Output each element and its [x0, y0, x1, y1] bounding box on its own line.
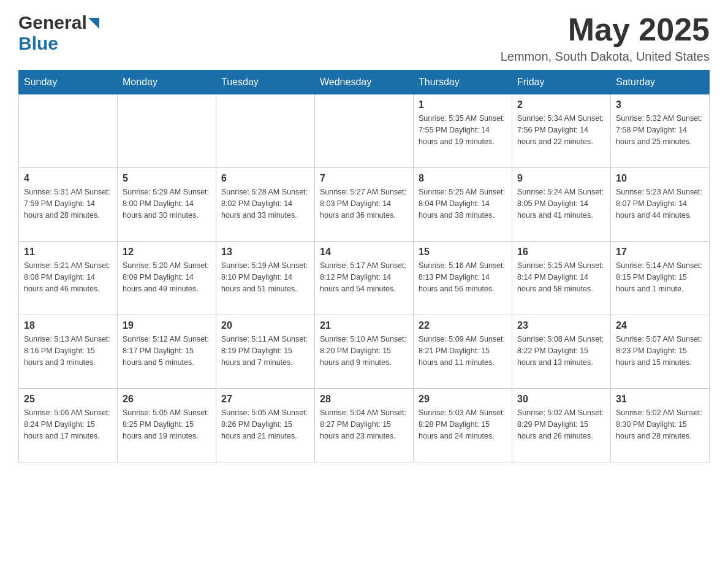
table-row: 14Sunrise: 5:17 AM Sunset: 8:12 PM Dayli… — [315, 242, 414, 315]
day-number: 20 — [221, 320, 309, 331]
title-section: May 2025 Lemmon, South Dakota, United St… — [501, 12, 710, 64]
table-row: 27Sunrise: 5:05 AM Sunset: 8:26 PM Dayli… — [216, 389, 315, 462]
day-info: Sunrise: 5:27 AM Sunset: 8:03 PM Dayligh… — [320, 186, 408, 221]
day-number: 10 — [616, 173, 704, 184]
table-row: 6Sunrise: 5:28 AM Sunset: 8:02 PM Daylig… — [216, 168, 315, 242]
day-info: Sunrise: 5:19 AM Sunset: 8:10 PM Dayligh… — [221, 260, 309, 294]
day-number: 11 — [24, 247, 112, 258]
table-row: 24Sunrise: 5:07 AM Sunset: 8:23 PM Dayli… — [611, 315, 710, 389]
col-friday: Friday — [512, 71, 611, 94]
table-row: 10Sunrise: 5:23 AM Sunset: 8:07 PM Dayli… — [611, 168, 710, 242]
location-text: Lemmon, South Dakota, United States — [501, 50, 710, 64]
day-info: Sunrise: 5:17 AM Sunset: 8:12 PM Dayligh… — [320, 260, 408, 294]
table-row: 25Sunrise: 5:06 AM Sunset: 8:24 PM Dayli… — [19, 389, 118, 462]
day-number: 7 — [320, 173, 408, 184]
page-header: General Blue May 2025 Lemmon, South Dako… — [18, 12, 710, 64]
day-info: Sunrise: 5:16 AM Sunset: 8:13 PM Dayligh… — [419, 260, 507, 294]
day-info: Sunrise: 5:11 AM Sunset: 8:19 PM Dayligh… — [221, 334, 309, 368]
table-row: 22Sunrise: 5:09 AM Sunset: 8:21 PM Dayli… — [414, 315, 512, 389]
table-row: 11Sunrise: 5:21 AM Sunset: 8:08 PM Dayli… — [19, 242, 118, 315]
day-number: 19 — [123, 320, 211, 331]
day-info: Sunrise: 5:05 AM Sunset: 8:26 PM Dayligh… — [221, 407, 309, 442]
day-info: Sunrise: 5:25 AM Sunset: 8:04 PM Dayligh… — [419, 186, 507, 221]
logo-triangle-icon — [88, 18, 99, 29]
day-info: Sunrise: 5:06 AM Sunset: 8:24 PM Dayligh… — [24, 407, 112, 442]
calendar-week-row: 4Sunrise: 5:31 AM Sunset: 7:59 PM Daylig… — [19, 168, 710, 242]
col-wednesday: Wednesday — [315, 71, 414, 94]
table-row: 23Sunrise: 5:08 AM Sunset: 8:22 PM Dayli… — [512, 315, 611, 389]
day-number: 21 — [320, 320, 408, 331]
calendar-table: Sunday Monday Tuesday Wednesday Thursday… — [18, 70, 710, 462]
table-row: 26Sunrise: 5:05 AM Sunset: 8:25 PM Dayli… — [118, 389, 216, 462]
day-info: Sunrise: 5:20 AM Sunset: 8:09 PM Dayligh… — [123, 260, 211, 294]
day-number: 12 — [123, 247, 211, 258]
col-thursday: Thursday — [414, 71, 512, 94]
day-info: Sunrise: 5:32 AM Sunset: 7:58 PM Dayligh… — [616, 113, 704, 147]
day-info: Sunrise: 5:13 AM Sunset: 8:16 PM Dayligh… — [24, 334, 112, 368]
table-row: 29Sunrise: 5:03 AM Sunset: 8:28 PM Dayli… — [414, 389, 512, 462]
table-row: 28Sunrise: 5:04 AM Sunset: 8:27 PM Dayli… — [315, 389, 414, 462]
day-info: Sunrise: 5:21 AM Sunset: 8:08 PM Dayligh… — [24, 260, 112, 294]
table-row — [118, 94, 216, 168]
logo-general-text: General — [18, 12, 87, 33]
day-number: 5 — [123, 173, 211, 184]
day-number: 8 — [419, 173, 507, 184]
day-info: Sunrise: 5:29 AM Sunset: 8:00 PM Dayligh… — [123, 186, 211, 221]
day-number: 24 — [616, 320, 704, 331]
day-number: 3 — [616, 99, 704, 110]
day-number: 18 — [24, 320, 112, 331]
table-row: 12Sunrise: 5:20 AM Sunset: 8:09 PM Dayli… — [118, 242, 216, 315]
col-monday: Monday — [118, 71, 216, 94]
day-info: Sunrise: 5:10 AM Sunset: 8:20 PM Dayligh… — [320, 334, 408, 368]
day-number: 4 — [24, 173, 112, 184]
table-row: 30Sunrise: 5:02 AM Sunset: 8:29 PM Dayli… — [512, 389, 611, 462]
day-info: Sunrise: 5:31 AM Sunset: 7:59 PM Dayligh… — [24, 186, 112, 221]
day-info: Sunrise: 5:24 AM Sunset: 8:05 PM Dayligh… — [517, 186, 605, 221]
table-row: 5Sunrise: 5:29 AM Sunset: 8:00 PM Daylig… — [118, 168, 216, 242]
day-number: 28 — [320, 394, 408, 405]
day-info: Sunrise: 5:28 AM Sunset: 8:02 PM Dayligh… — [221, 186, 309, 221]
day-info: Sunrise: 5:03 AM Sunset: 8:28 PM Dayligh… — [419, 407, 507, 442]
day-number: 13 — [221, 247, 309, 258]
table-row: 18Sunrise: 5:13 AM Sunset: 8:16 PM Dayli… — [19, 315, 118, 389]
table-row — [315, 94, 414, 168]
day-number: 31 — [616, 394, 704, 405]
day-info: Sunrise: 5:08 AM Sunset: 8:22 PM Dayligh… — [517, 334, 605, 368]
day-number: 26 — [123, 394, 211, 405]
col-saturday: Saturday — [611, 71, 710, 94]
day-info: Sunrise: 5:23 AM Sunset: 8:07 PM Dayligh… — [616, 186, 704, 221]
col-sunday: Sunday — [19, 71, 118, 94]
table-row: 4Sunrise: 5:31 AM Sunset: 7:59 PM Daylig… — [19, 168, 118, 242]
day-info: Sunrise: 5:12 AM Sunset: 8:17 PM Dayligh… — [123, 334, 211, 368]
day-number: 15 — [419, 247, 507, 258]
month-title: May 2025 — [501, 12, 710, 47]
table-row: 16Sunrise: 5:15 AM Sunset: 8:14 PM Dayli… — [512, 242, 611, 315]
table-row: 1Sunrise: 5:35 AM Sunset: 7:55 PM Daylig… — [414, 94, 512, 168]
day-number: 9 — [517, 173, 605, 184]
day-number: 22 — [419, 320, 507, 331]
calendar-week-row: 18Sunrise: 5:13 AM Sunset: 8:16 PM Dayli… — [19, 315, 710, 389]
day-info: Sunrise: 5:35 AM Sunset: 7:55 PM Dayligh… — [419, 113, 507, 147]
day-info: Sunrise: 5:04 AM Sunset: 8:27 PM Dayligh… — [320, 407, 408, 442]
table-row: 31Sunrise: 5:02 AM Sunset: 8:30 PM Dayli… — [611, 389, 710, 462]
table-row: 19Sunrise: 5:12 AM Sunset: 8:17 PM Dayli… — [118, 315, 216, 389]
table-row: 8Sunrise: 5:25 AM Sunset: 8:04 PM Daylig… — [414, 168, 512, 242]
day-number: 29 — [419, 394, 507, 405]
day-number: 27 — [221, 394, 309, 405]
logo-blue-text: Blue — [18, 33, 58, 53]
day-number: 2 — [517, 99, 605, 110]
day-number: 17 — [616, 247, 704, 258]
calendar-week-row: 25Sunrise: 5:06 AM Sunset: 8:24 PM Dayli… — [19, 389, 710, 462]
day-info: Sunrise: 5:15 AM Sunset: 8:14 PM Dayligh… — [517, 260, 605, 294]
svg-marker-0 — [88, 18, 99, 29]
day-info: Sunrise: 5:02 AM Sunset: 8:29 PM Dayligh… — [517, 407, 605, 442]
day-info: Sunrise: 5:05 AM Sunset: 8:25 PM Dayligh… — [123, 407, 211, 442]
table-row — [19, 94, 118, 168]
table-row: 2Sunrise: 5:34 AM Sunset: 7:56 PM Daylig… — [512, 94, 611, 168]
col-tuesday: Tuesday — [216, 71, 315, 94]
day-number: 30 — [517, 394, 605, 405]
day-number: 16 — [517, 247, 605, 258]
day-info: Sunrise: 5:09 AM Sunset: 8:21 PM Dayligh… — [419, 334, 507, 368]
logo: General Blue — [18, 12, 99, 54]
calendar-week-row: 1Sunrise: 5:35 AM Sunset: 7:55 PM Daylig… — [19, 94, 710, 168]
